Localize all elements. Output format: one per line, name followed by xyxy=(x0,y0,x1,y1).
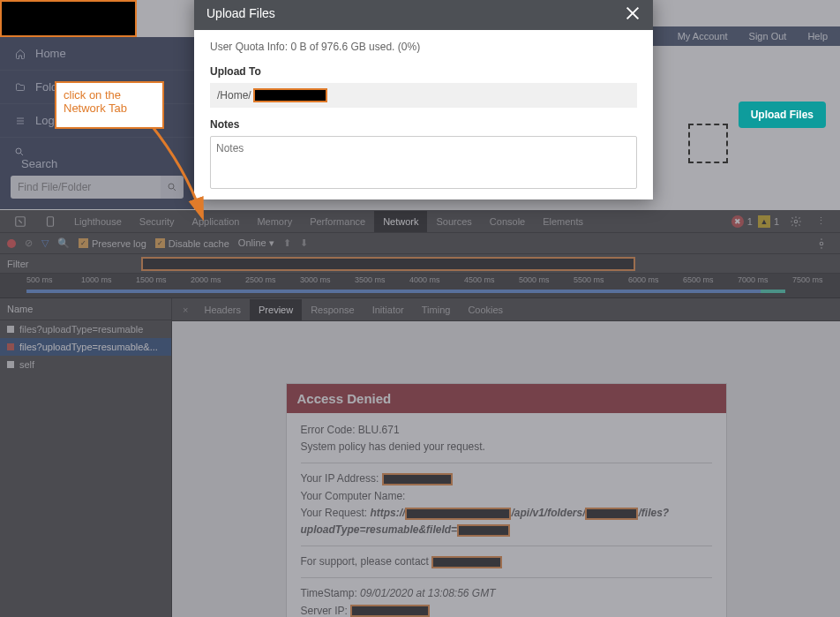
upload-files-button[interactable]: Upload Files xyxy=(739,102,826,128)
logo-redacted xyxy=(0,0,137,37)
redacted-path xyxy=(253,88,327,102)
upload-modal: Upload Files User Quota Info: 0 B of 976… xyxy=(194,0,653,199)
quota-info: User Quota Info: 0 B of 976.6 GB used. (… xyxy=(210,41,637,53)
path-prefix: /Home/ xyxy=(217,89,251,102)
notes-textarea[interactable] xyxy=(210,136,637,189)
drop-zone[interactable] xyxy=(688,124,728,163)
upload-path: /Home/ xyxy=(210,83,637,108)
annotation-callout: click on the Network Tab xyxy=(55,81,164,129)
close-icon[interactable] xyxy=(625,5,641,21)
upload-to-label: Upload To xyxy=(210,65,637,78)
modal-title: Upload Files xyxy=(206,6,275,20)
notes-label: Notes xyxy=(210,118,637,131)
